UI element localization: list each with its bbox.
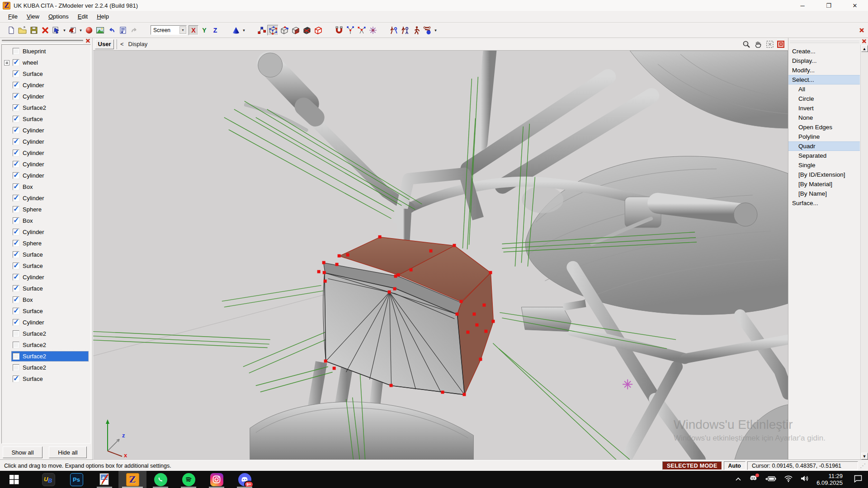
material-sphere-icon[interactable]	[83, 25, 94, 36]
visibility-checkbox[interactable]	[13, 82, 19, 89]
viewport-maximize-icon[interactable]	[777, 41, 784, 48]
minimize-button[interactable]: ─	[789, 0, 816, 11]
visibility-checkbox[interactable]	[13, 183, 19, 190]
pose-figure-a-icon[interactable]	[388, 25, 399, 36]
auto-toggle[interactable]: Auto	[724, 461, 745, 470]
visibility-checkbox[interactable]	[13, 138, 19, 145]
action-center-icon[interactable]	[854, 474, 863, 484]
object-list-item[interactable]: Blueprint	[2, 46, 90, 57]
scroll-up-icon[interactable]: ▲	[861, 45, 868, 52]
toolbar-close-icon[interactable]: ✕	[856, 27, 867, 34]
image-viewer-icon[interactable]	[94, 25, 106, 36]
visibility-checkbox[interactable]	[13, 104, 19, 111]
object-list-item[interactable]: Cylinder	[2, 80, 90, 91]
viewport-canvas[interactable]: z x	[93, 51, 788, 460]
object-panel-close-icon[interactable]: ✕	[85, 38, 90, 43]
object-list-item[interactable]: Cylinder	[2, 159, 90, 170]
tray-volume-icon[interactable]	[800, 475, 809, 484]
taskbar-app-photoshop[interactable]: Ps	[62, 471, 90, 488]
resize-grip[interactable]: ⋰	[860, 462, 867, 470]
object-list-item[interactable]: Surface	[2, 113, 90, 125]
cone-dropdown-arrow[interactable]: ▾	[241, 25, 246, 36]
command-by-material[interactable]: [By Material]	[788, 179, 860, 189]
export-icon[interactable]	[67, 25, 78, 36]
command-modify[interactable]: Modify...	[788, 66, 860, 75]
object-list-item[interactable]: Cylinder	[2, 136, 90, 147]
cube-polygons-mode-icon[interactable]	[301, 25, 312, 36]
visibility-checkbox[interactable]	[13, 150, 19, 156]
visibility-checkbox[interactable]	[13, 93, 19, 100]
menu-help[interactable]: Help	[92, 12, 113, 21]
import-icon[interactable]	[51, 25, 62, 36]
menu-options[interactable]: Options	[44, 12, 73, 21]
visibility-checkbox[interactable]	[13, 251, 19, 258]
command-circle[interactable]: Circle	[788, 94, 860, 103]
visibility-checkbox[interactable]	[13, 70, 19, 77]
visibility-checkbox[interactable]	[13, 285, 19, 292]
expand-plus-icon[interactable]	[4, 60, 9, 66]
visibility-checkbox[interactable]	[13, 195, 19, 202]
hide-all-button[interactable]: Hide all	[49, 446, 87, 458]
menu-file[interactable]: File	[4, 12, 22, 21]
tray-chevron-up-icon[interactable]	[735, 475, 741, 483]
object-list-item[interactable]: Cylinder	[2, 272, 90, 283]
command-display[interactable]: Display...	[788, 56, 860, 66]
pose-figure-b-icon[interactable]	[399, 25, 410, 36]
save-floppy-icon[interactable]	[28, 25, 39, 36]
maximize-button[interactable]: ❐	[816, 0, 842, 11]
command-by-name[interactable]: [By Name]	[788, 189, 860, 198]
object-list-item[interactable]: Surface	[2, 249, 90, 260]
commands-scrollbar[interactable]: ▲ ▼	[860, 45, 868, 460]
pan-hand-icon[interactable]	[754, 40, 763, 49]
menu-edit[interactable]: Edit	[73, 12, 92, 21]
cube-faces-mode-icon[interactable]	[290, 25, 301, 36]
visibility-checkbox[interactable]	[13, 364, 19, 371]
command-surface[interactable]: Surface...	[788, 198, 860, 208]
combobox-dropdown-icon[interactable]: ▾	[179, 26, 186, 34]
commands-panel-close-icon[interactable]: ✕	[862, 39, 867, 44]
visibility-checkbox[interactable]	[13, 319, 19, 326]
taskbar-app-whatsapp[interactable]	[146, 471, 175, 488]
object-list-item[interactable]: Cylinder	[2, 226, 90, 238]
command-select[interactable]: Select...	[788, 75, 860, 84]
show-all-button[interactable]: Show all	[3, 446, 42, 458]
visibility-checkbox[interactable]	[13, 116, 19, 122]
object-list-item[interactable]: Cylinder	[2, 91, 90, 102]
object-list-item[interactable]: Surface2	[2, 328, 90, 339]
taskbar-app-game[interactable]: UB	[34, 471, 62, 488]
object-list-item[interactable]: Cylinder	[2, 192, 90, 204]
visibility-checkbox[interactable]	[13, 296, 19, 303]
visibility-checkbox[interactable]	[13, 375, 19, 382]
command-single[interactable]: Single	[788, 160, 860, 170]
import-dropdown-arrow[interactable]: ▾	[62, 25, 67, 36]
taskbar-app-discord[interactable]: 9+	[231, 471, 259, 488]
taskbar-app-instagram[interactable]	[203, 471, 231, 488]
cube-objects-mode-icon[interactable]	[312, 25, 324, 36]
taskbar-app-zmodeler[interactable]: Z	[118, 471, 146, 488]
object-list-item[interactable]: Box	[2, 215, 90, 226]
taskbar-clock[interactable]: 11:29 6.09.2025	[816, 473, 843, 486]
axes-transform-icon[interactable]	[367, 25, 378, 36]
axis-x-button[interactable]: X	[189, 25, 198, 35]
magnet-snap-icon[interactable]	[333, 25, 344, 36]
scroll-down-icon[interactable]: ▼	[861, 453, 868, 460]
panel-drag-grip[interactable]	[2, 40, 83, 42]
menu-view[interactable]: View	[22, 12, 44, 21]
undo-icon[interactable]	[106, 25, 117, 36]
command-none[interactable]: None	[788, 113, 860, 122]
vertex-select-icon[interactable]	[256, 25, 267, 36]
start-button[interactable]	[0, 471, 28, 488]
visibility-checkbox[interactable]	[13, 127, 19, 134]
visibility-checkbox[interactable]	[13, 308, 19, 314]
command-list[interactable]: Create...Display...Modify...Select...All…	[788, 45, 860, 460]
tray-wifi-icon[interactable]	[784, 475, 793, 484]
cube-vertices-mode-icon[interactable]	[267, 25, 278, 36]
close-button[interactable]: ✕	[842, 0, 868, 11]
visibility-checkbox[interactable]	[13, 59, 19, 66]
command-create[interactable]: Create...	[788, 47, 860, 56]
notes-list-icon[interactable]	[117, 25, 128, 36]
visibility-checkbox[interactable]	[13, 229, 19, 235]
taskbar-app-spotify[interactable]	[175, 471, 203, 488]
object-list-item[interactable]: Surface2	[2, 351, 90, 362]
object-list-item[interactable]: Sphere	[2, 238, 90, 249]
